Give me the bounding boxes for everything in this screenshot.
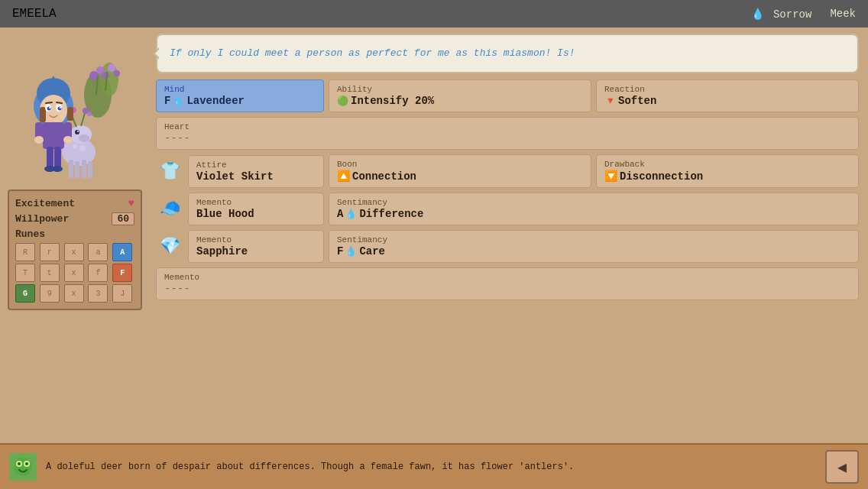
sapphire-icon: 💎 (160, 236, 180, 257)
svg-rect-12 (82, 160, 86, 178)
mind-label: Mind (164, 85, 316, 94)
rune-3: 3 (88, 284, 108, 303)
runes-label: Runes (15, 228, 134, 240)
sorrow-indicator: 💧 Sorrow (751, 8, 812, 21)
svg-point-6 (114, 70, 120, 76)
svg-rect-44 (43, 122, 64, 149)
attire-label: Attire (196, 160, 316, 170)
willpower-row: Willpower 60 (15, 212, 134, 225)
cards-grid: Mind F 💧 Lavendeer Ability 🟢 Intensify 2… (156, 79, 859, 300)
memento1-value: Blue Hood (196, 208, 316, 220)
boon-label: Boon (337, 160, 583, 169)
attire-icon: 👕 (156, 161, 183, 182)
svg-point-58 (18, 462, 21, 465)
memento3-value: ---- (164, 283, 850, 295)
down-icon-drawback: 🔽 (604, 170, 617, 183)
svg-point-29 (87, 112, 92, 116)
bottom-bar: A doleful deer born of despair about dif… (0, 443, 868, 489)
rune-9: 9 (40, 284, 60, 303)
shirt-icon: 👕 (160, 161, 180, 182)
row-memento1-sentimancy1: 🧢 Memento Blue Hood Sentimancy A 💧 Diffe… (156, 193, 859, 225)
svg-point-41 (60, 107, 61, 108)
rune-f[interactable]: F (112, 264, 132, 282)
sentimancy1-value: A 💧 Difference (337, 208, 850, 220)
svg-line-27 (81, 113, 85, 126)
gem-icon-area: 💎 (156, 236, 183, 257)
water-icon-sentimancy1: 💧 (345, 209, 357, 220)
runes-grid: R r x a A T t x f F G 9 x 3 J (15, 243, 134, 303)
drawback-value: 🔽 Disconnection (604, 170, 850, 183)
rune-j: J (112, 284, 132, 303)
rune-a-lower: a (88, 243, 108, 261)
heart-label: Heart (164, 122, 850, 131)
svg-rect-49 (47, 147, 53, 168)
boon-card[interactable]: Boon 🔼 Connection (329, 154, 591, 188)
memento1-card[interactable]: Memento Blue Hood (188, 193, 324, 225)
svg-rect-13 (88, 161, 92, 178)
rune-x2: x (64, 264, 84, 282)
svg-point-4 (102, 72, 109, 79)
svg-point-59 (25, 462, 28, 465)
memento3-label: Memento (164, 273, 850, 282)
svg-point-40 (49, 107, 50, 108)
drawback-label: Drawback (604, 160, 850, 169)
reaction-label: Reaction (604, 85, 850, 94)
rune-x1: x (64, 243, 84, 261)
row-mind-ability-reaction: Mind F 💧 Lavendeer Ability 🟢 Intensify 2… (156, 79, 859, 112)
willpower-value: 60 (112, 212, 134, 225)
heart-value: ---- (164, 132, 850, 144)
row-heart: Heart ---- (156, 117, 859, 150)
svg-line-42 (46, 102, 52, 103)
fire-icon-reaction: 🔻 (604, 96, 616, 107)
drawback-card[interactable]: Drawback 🔽 Disconnection (596, 154, 859, 188)
svg-point-38 (47, 107, 51, 111)
svg-point-52 (52, 166, 63, 172)
rune-f-lower: f (88, 264, 108, 282)
speech-text: If only I could meet a person as perfect… (170, 46, 575, 61)
sentimancy1-label: Sentimancy (337, 198, 850, 207)
svg-point-17 (75, 130, 79, 134)
reaction-value: 🔻 Soften (604, 95, 850, 107)
row-memento2-sentimancy2: 💎 Memento Sapphire Sentimancy F 💧 Care (156, 230, 859, 263)
rune-t: T (15, 264, 35, 282)
stats-box: Excitement ♥ Willpower 60 Runes R r x a … (8, 189, 142, 310)
ability-card[interactable]: Ability 🟢 Intensify 20% (329, 79, 591, 112)
excitement-label: Excitement (15, 198, 75, 209)
sentimancy2-card[interactable]: Sentimancy F 💧 Care (329, 230, 859, 263)
back-button[interactable]: ◀ (825, 450, 859, 484)
content-area: If only I could meet a person as perfect… (150, 28, 868, 443)
attire-card[interactable]: Attire Violet Skirt (188, 155, 324, 188)
svg-rect-10 (69, 160, 73, 178)
app-title: EMEELA (12, 7, 57, 21)
svg-point-19 (79, 145, 86, 151)
svg-rect-34 (40, 107, 46, 122)
svg-rect-50 (54, 147, 61, 168)
svg-point-47 (34, 136, 44, 144)
description-text: A doleful deer born of despair about dif… (46, 461, 816, 474)
left-panel: 🐸 Excitement ♥ Willpower 60 Runes R r x … (0, 28, 150, 443)
sentimancy1-prefix: A (337, 208, 343, 220)
main-area: 🐸 Excitement ♥ Willpower 60 Runes R r x … (0, 28, 868, 443)
svg-line-43 (57, 102, 62, 103)
svg-rect-11 (75, 161, 79, 178)
attire-value: Violet Skirt (196, 170, 316, 183)
bottom-frog-icon (9, 453, 37, 481)
sentimancy1-card[interactable]: Sentimancy A 💧 Difference (329, 193, 859, 225)
rune-a[interactable]: A (112, 243, 132, 261)
mind-card[interactable]: Mind F 💧 Lavendeer (156, 79, 324, 112)
svg-point-55 (14, 458, 32, 476)
hood-icon-area: 🧢 (156, 199, 183, 219)
water-icon-sentimancy2: 💧 (345, 246, 357, 257)
svg-rect-35 (67, 107, 73, 121)
reaction-card[interactable]: Reaction 🔻 Soften (596, 79, 859, 112)
sentimancy2-prefix: F (337, 245, 343, 257)
memento2-card[interactable]: Memento Sapphire (188, 230, 324, 263)
memento2-label: Memento (196, 235, 316, 244)
water-icon-mind: 💧 (173, 96, 184, 107)
rune-g[interactable]: G (15, 284, 35, 303)
up-icon-boon: 🔼 (337, 170, 350, 183)
mind-prefix: F (164, 95, 170, 107)
memento3-card: Memento ---- (156, 267, 859, 300)
rune-x3: x (64, 284, 84, 303)
hood-icon: 🧢 (160, 199, 180, 219)
